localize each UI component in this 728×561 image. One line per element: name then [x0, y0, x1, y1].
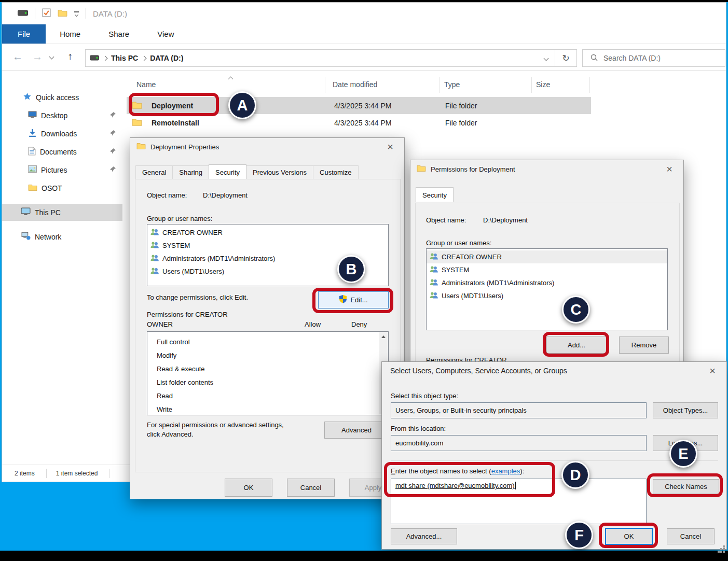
documents-icon [28, 147, 36, 157]
recent-locations-icon[interactable] [49, 54, 54, 60]
column-divider[interactable] [589, 77, 590, 93]
column-header-date-modified[interactable]: Date modified [333, 80, 377, 89]
properties-dialog-titlebar[interactable]: Deployment Properties [130, 138, 404, 156]
breadcrumb-this-pc[interactable]: This PC [111, 54, 138, 62]
sidebar-item-pictures[interactable]: Pictures [2, 161, 122, 178]
selection-count: 1 item selected [56, 470, 98, 477]
tab-share[interactable]: Share [94, 24, 143, 44]
location-field[interactable]: eucmobility.com [391, 435, 647, 451]
group-name: SYSTEM [442, 266, 469, 274]
close-icon[interactable]: × [704, 364, 721, 377]
address-dropdown-icon[interactable] [537, 50, 555, 66]
breadcrumb-data-d[interactable]: DATA (D:) [150, 54, 183, 62]
cancel-button[interactable]: Cancel [287, 479, 335, 497]
permissions-list[interactable]: Full control Modify Read & execute List … [147, 331, 389, 415]
uac-shield-icon [339, 294, 347, 305]
tab-general[interactable]: General [135, 165, 173, 179]
users-icon [150, 228, 159, 237]
close-icon[interactable]: × [381, 140, 399, 153]
permission-row-modify[interactable]: Modify [147, 348, 388, 362]
tab-file[interactable]: File [2, 24, 46, 44]
network-icon [21, 232, 31, 242]
sidebar-item-downloads[interactable]: Downloads [2, 125, 122, 142]
edit-button[interactable]: Edit... [318, 291, 389, 308]
permission-row-list-folder[interactable]: List folder contents [147, 375, 388, 389]
column-divider[interactable] [531, 77, 532, 93]
dialog-title: Deployment Properties [150, 143, 219, 151]
list-item-creator-owner[interactable]: CREATOR OWNER [427, 250, 667, 263]
pin-icon [109, 148, 116, 156]
list-item-administrators[interactable]: Administrators (MDT1\Administrators) [427, 276, 667, 289]
remove-button[interactable]: Remove [619, 336, 669, 354]
file-row-deployment[interactable]: Deployment 4/3/2025 3:44 PM File folder [127, 97, 591, 114]
breadcrumb-chevron-icon[interactable] [142, 55, 147, 61]
forward-icon[interactable]: → [32, 51, 43, 63]
refresh-icon[interactable]: ↻ [555, 50, 576, 66]
resize-grip[interactable] [723, 545, 725, 548]
file-row-remoteinstall[interactable]: RemoteInstall 4/3/2025 3:44 PM File fold… [127, 114, 591, 131]
examples-link[interactable]: examples [491, 467, 520, 475]
tab-security[interactable]: Security [416, 187, 454, 202]
users-icon [150, 241, 159, 250]
permission-row-write[interactable]: Write [147, 402, 388, 416]
file-date-modified: 4/3/2025 3:44 PM [334, 102, 392, 110]
tab-view[interactable]: View [143, 24, 188, 44]
cancel-button[interactable]: Cancel [667, 528, 715, 544]
object-names-input[interactable]: mdt share (mdtshare@eucmobility.com) [391, 479, 647, 524]
object-type-field[interactable]: Users, Groups, or Built-in security prin… [391, 402, 647, 418]
column-divider[interactable] [325, 77, 325, 93]
permission-row-read-execute[interactable]: Read & execute [147, 362, 388, 375]
sort-ascending-icon[interactable] [228, 77, 233, 82]
ok-button[interactable]: OK [225, 479, 272, 497]
file-name: RemoteInstall [152, 119, 199, 127]
column-header-name[interactable]: Name [136, 80, 156, 89]
sidebar-item-osot[interactable]: OSOT [2, 179, 122, 197]
sidebar-item-this-pc[interactable]: This PC [2, 204, 122, 221]
sidebar-item-label: Quick access [36, 93, 79, 102]
customize-toolbar-icon[interactable] [74, 11, 79, 16]
address-bar[interactable]: This PC DATA (D:) ↻ [85, 49, 577, 67]
check-names-button[interactable]: Check Names [653, 479, 719, 494]
new-folder-icon[interactable] [58, 9, 67, 19]
tab-security[interactable]: Security [209, 164, 246, 179]
object-types-button[interactable]: Object Types... [653, 402, 718, 418]
sidebar-item-documents[interactable]: Documents [2, 143, 122, 160]
add-button[interactable]: Add... [546, 336, 607, 354]
this-pc-icon [21, 207, 31, 217]
tab-sharing[interactable]: Sharing [172, 165, 209, 179]
tab-customize[interactable]: Customize [313, 165, 358, 179]
permission-row-read[interactable]: Read [147, 389, 388, 402]
permission-row-full-control[interactable]: Full control [147, 335, 388, 348]
permissions-dialog-titlebar[interactable]: Permissions for Deployment [410, 160, 683, 178]
list-item-system[interactable]: SYSTEM [427, 263, 667, 276]
back-icon[interactable]: ← [12, 51, 23, 63]
search-input[interactable]: Search DATA (D:) [582, 49, 725, 67]
ok-button[interactable]: OK [605, 528, 653, 545]
scroll-up-icon[interactable] [379, 332, 388, 341]
group-name: Users (MDT1\Users) [442, 292, 503, 300]
advanced-button[interactable]: Advanced... [391, 528, 457, 544]
list-item-system[interactable]: SYSTEM [147, 239, 388, 252]
drive-icon [18, 9, 28, 18]
list-item-users[interactable]: Users (MDT1\Users) [427, 289, 667, 302]
search-icon [590, 53, 598, 63]
select-dialog-titlebar[interactable]: Select Users, Computers, Service Account… [382, 362, 726, 380]
edit-hint-label: To change permissions, click Edit. [147, 293, 248, 301]
list-item-creator-owner[interactable]: CREATOR OWNER [147, 226, 388, 239]
sidebar-item-quick-access[interactable]: Quick access [2, 89, 122, 106]
advanced-button[interactable]: Advanced [324, 422, 389, 439]
sidebar-item-desktop[interactable]: Desktop [2, 107, 122, 124]
properties-checkbox-icon[interactable] [42, 8, 51, 19]
close-icon[interactable]: × [661, 162, 678, 176]
tab-home[interactable]: Home [46, 24, 94, 44]
tab-previous-versions[interactable]: Previous Versions [246, 165, 313, 179]
column-header-size[interactable]: Size [536, 80, 550, 89]
sidebar-item-network[interactable]: Network [2, 228, 122, 245]
breadcrumb-chevron-icon[interactable] [103, 55, 108, 61]
quick-access-toolbar[interactable]: DATA (D:) [2, 3, 726, 24]
column-header-type[interactable]: Type [444, 80, 460, 89]
column-divider[interactable] [439, 77, 439, 93]
group-user-names-list[interactable]: CREATOR OWNER SYSTEM Administrators (MDT… [426, 248, 668, 330]
up-icon[interactable]: ↑ [67, 50, 73, 62]
file-type: File folder [445, 102, 477, 110]
